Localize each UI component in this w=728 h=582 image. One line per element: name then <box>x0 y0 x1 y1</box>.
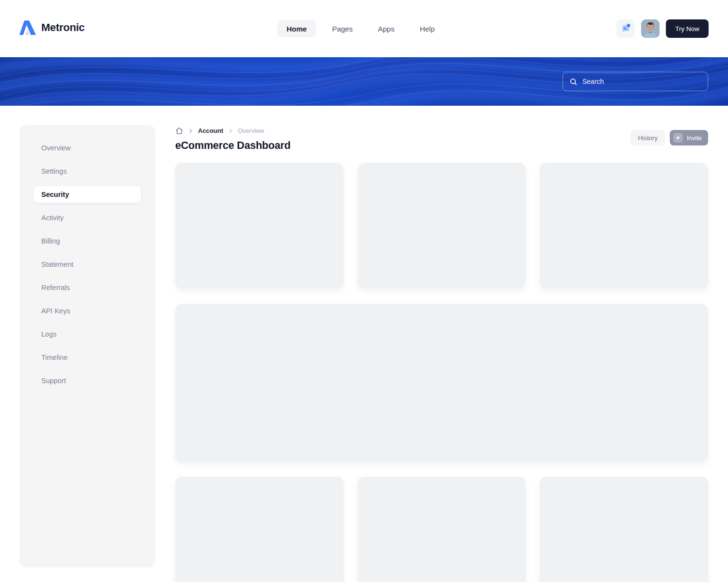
invite-button[interactable]: + Invite <box>670 130 708 146</box>
sidebar-item-activity[interactable]: Activity <box>34 210 141 226</box>
user-avatar[interactable] <box>641 19 660 38</box>
sidebar-item-security[interactable]: Security <box>34 186 141 203</box>
sidebar-item-logs[interactable]: Logs <box>34 326 141 342</box>
nav-item-pages[interactable]: Pages <box>323 20 362 37</box>
placeholder-card <box>175 477 344 582</box>
search-box[interactable] <box>563 72 708 91</box>
header-actions: Try Now <box>616 19 709 38</box>
sidebar-item-label: Support <box>41 377 66 385</box>
nav-item-apps[interactable]: Apps <box>369 20 404 37</box>
metronic-logo-icon <box>19 20 36 35</box>
sidebar-item-timeline[interactable]: Timeline <box>34 349 141 366</box>
sidebar-item-label: API Keys <box>41 307 70 315</box>
placeholder-card <box>358 477 526 582</box>
sidebar-item-label: Logs <box>41 330 56 338</box>
sidebar-item-label: Settings <box>41 167 66 175</box>
placeholder-card <box>358 163 526 289</box>
sidebar-item-overview[interactable]: Overview <box>34 140 141 156</box>
search-icon <box>569 78 578 86</box>
brand-logo[interactable]: Metronic <box>19 20 84 35</box>
sidebar-item-label: Activity <box>41 214 64 222</box>
try-now-button[interactable]: Try Now <box>666 19 709 38</box>
home-icon[interactable] <box>175 127 183 135</box>
sidebar-item-billing[interactable]: Billing <box>34 233 141 249</box>
sidebar-item-label: Statement <box>41 260 73 268</box>
nav-item-help[interactable]: Help <box>411 20 444 37</box>
page-title: eCommerce Dashboard <box>175 140 291 152</box>
cards-row-bottom <box>175 477 708 582</box>
placeholder-card <box>540 477 708 582</box>
cards-row-top <box>175 163 708 289</box>
sidebar-item-referrals[interactable]: Referrals <box>34 279 141 296</box>
sidebar-item-api-keys[interactable]: API Keys <box>34 303 141 319</box>
placeholder-card <box>175 163 344 289</box>
sidebar-item-label: Billing <box>41 237 60 245</box>
chevron-right-icon <box>228 128 233 134</box>
breadcrumb-item-account[interactable]: Account <box>198 127 223 134</box>
nav-item-home[interactable]: Home <box>277 20 316 37</box>
breadcrumb-item-overview: Overview <box>238 127 264 134</box>
sidebar-item-label: Overview <box>41 144 70 152</box>
sidebar-item-label: Referrals <box>41 284 70 291</box>
sidebar-item-settings[interactable]: Settings <box>34 163 141 179</box>
main-nav: Home Pages Apps Help <box>277 20 444 37</box>
history-button[interactable]: History <box>630 130 664 146</box>
top-header: Metronic Home Pages Apps Help <box>0 0 728 57</box>
sidebar-item-label: Timeline <box>41 354 67 361</box>
placeholder-card <box>540 163 708 289</box>
hero-banner <box>0 57 728 106</box>
sidebar-item-support[interactable]: Support <box>34 372 141 389</box>
placeholder-card-wide <box>175 304 708 462</box>
plus-icon: + <box>673 133 683 143</box>
invite-button-label: Invite <box>687 134 702 142</box>
brand-name: Metronic <box>41 21 84 34</box>
sidebar-item-statement[interactable]: Statement <box>34 256 141 273</box>
notifications-button[interactable] <box>616 19 635 38</box>
sidebar-item-label: Security <box>41 191 69 198</box>
breadcrumb: Account Overview <box>175 127 264 135</box>
account-sidebar: Overview Settings Security Activity Bill… <box>19 125 155 567</box>
page-actions: History + Invite <box>630 130 708 146</box>
search-input[interactable] <box>582 78 701 85</box>
chevron-right-icon <box>188 128 194 134</box>
chat-note-icon <box>620 23 631 34</box>
